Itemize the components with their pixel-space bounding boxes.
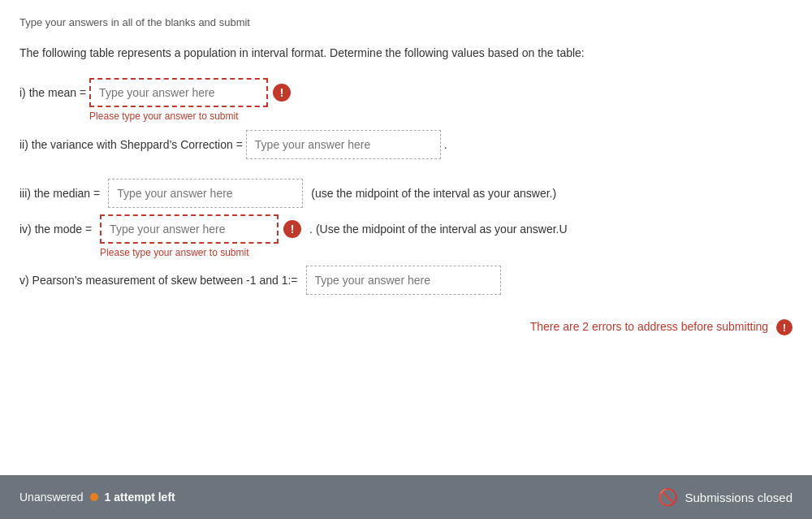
attempts-bold: 1 attempt left (105, 491, 175, 504)
mean-input[interactable] (89, 78, 268, 107)
question-row-pearson: v) Pearson’s measurement of skew between… (19, 266, 793, 295)
mean-error-message: Please type your answer to submit (89, 110, 238, 123)
main-content: Type your answers in all of the blanks a… (0, 0, 812, 413)
unanswered-label: Unanswered (19, 491, 84, 504)
attempts-label: 1 attempt left (105, 491, 175, 504)
question-row-mode: iv) the mode = ! Please type your answer… (19, 214, 793, 260)
question-text: The following table represents a populat… (19, 45, 793, 62)
mode-input-area: ! Please type your answer to submit (100, 214, 301, 260)
footer-bar: Unanswered 1 attempt left 🚫 Submissions … (0, 475, 812, 519)
mean-input-wrapper: ! Please type your answer to submit (89, 78, 291, 123)
mode-label: iv) the mode = (19, 214, 92, 244)
mode-input[interactable] (100, 214, 279, 244)
question-row-median: iii) the median = (use the midpoint of t… (19, 179, 793, 208)
question-row-mean: i) the mean = ! Please type your answer … (19, 78, 793, 123)
mean-label: i) the mean = (19, 78, 86, 107)
pearson-label: v) Pearson’s measurement of skew between… (19, 266, 298, 295)
median-label: iii) the median = (19, 179, 100, 208)
mean-input-with-icon: ! (89, 78, 291, 107)
variance-suffix: . (444, 130, 447, 159)
question-row-variance: ii) the variance with Sheppard’s Correct… (19, 130, 793, 159)
variance-input[interactable] (246, 130, 441, 159)
footer-left: Unanswered 1 attempt left (19, 491, 175, 504)
footer-right: 🚫 Submissions closed (658, 487, 793, 507)
mode-error-icon: ! (283, 220, 301, 238)
median-input[interactable] (108, 179, 303, 208)
mode-suffix: . (Use the midpoint of the interval as y… (309, 214, 567, 244)
error-summary: There are 2 errors to address before sub… (19, 319, 793, 335)
instruction-text: Type your answers in all of the blanks a… (19, 16, 793, 28)
status-dot-icon (90, 493, 98, 501)
variance-label: ii) the variance with Sheppard’s Correct… (19, 130, 243, 159)
pearson-input[interactable] (306, 266, 501, 295)
no-entry-icon: 🚫 (658, 487, 678, 507)
mean-error-icon: ! (273, 84, 291, 102)
error-summary-icon: ! (776, 319, 793, 335)
error-summary-text: There are 2 errors to address before sub… (530, 320, 768, 333)
submissions-closed-label: Submissions closed (685, 491, 793, 504)
median-suffix: (use the midpoint of the interval as you… (311, 179, 556, 208)
mode-error-message: Please type your answer to submit (100, 247, 248, 260)
mode-input-with-icon: ! (100, 214, 301, 244)
